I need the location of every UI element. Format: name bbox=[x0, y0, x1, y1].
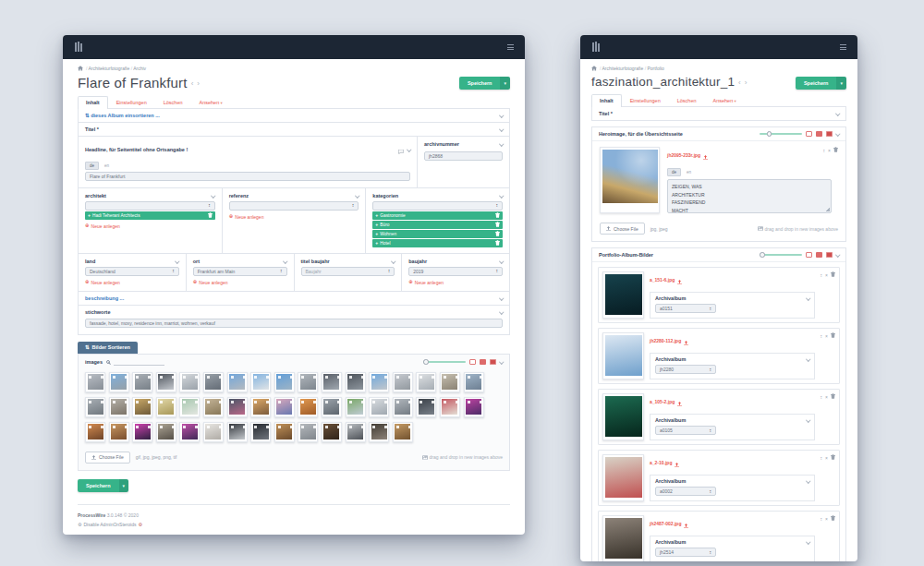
image-thumbnail[interactable] bbox=[464, 372, 484, 392]
image-thumbnail[interactable] bbox=[132, 397, 152, 417]
beschreibung-header[interactable]: beschreibung ... bbox=[79, 292, 509, 305]
chevron-down-icon[interactable] bbox=[806, 296, 810, 301]
save-button-bottom[interactable]: Speichern ▾ bbox=[78, 479, 128, 492]
archivalbum-select[interactable]: jh2514↕ bbox=[655, 548, 716, 557]
architekt-new-link[interactable]: ⊕Neue anlegen bbox=[85, 223, 215, 229]
image-thumbnail[interactable] bbox=[440, 397, 460, 417]
item-image-thumbnail[interactable] bbox=[602, 332, 644, 379]
item-filename[interactable]: jh2487-002.jpg bbox=[650, 521, 681, 526]
architekt-select[interactable]: ↕ bbox=[85, 201, 215, 211]
chevron-down-icon[interactable] bbox=[355, 193, 359, 198]
chevron-down-icon[interactable] bbox=[176, 259, 180, 263]
image-grid-toggle-icon[interactable] bbox=[806, 252, 812, 258]
choose-file-button[interactable]: Choose File bbox=[85, 452, 130, 464]
collapse-icon[interactable]: × bbox=[825, 333, 828, 339]
upload-icon[interactable] bbox=[684, 332, 688, 349]
image-thumbnail[interactable] bbox=[298, 397, 318, 417]
menu-icon[interactable] bbox=[840, 44, 846, 50]
image-thumbnail[interactable] bbox=[298, 422, 318, 442]
collapse-icon[interactable]: × bbox=[825, 455, 828, 461]
image-thumbnail[interactable] bbox=[274, 372, 295, 392]
chevron-down-icon[interactable] bbox=[806, 357, 810, 362]
image-thumbnail[interactable] bbox=[346, 397, 366, 417]
item-filename[interactable]: a_2-10.jpg bbox=[650, 460, 672, 465]
chevron-down-icon[interactable] bbox=[835, 112, 840, 116]
image-thumbnail[interactable] bbox=[109, 397, 129, 417]
image-list-toggle-icon[interactable] bbox=[480, 359, 486, 365]
selected-tag[interactable]: +Hadi Teherani Architects bbox=[85, 211, 215, 220]
next-page-icon[interactable]: › bbox=[197, 79, 200, 88]
tab-einstellungen[interactable]: Einstellungen bbox=[108, 96, 155, 108]
tab-lschen[interactable]: Löschen bbox=[669, 94, 705, 106]
trash-icon[interactable] bbox=[831, 271, 835, 278]
selected-tag[interactable]: +Wohnen bbox=[372, 230, 503, 238]
image-thumbnail[interactable] bbox=[298, 372, 318, 392]
image-thumbnail[interactable] bbox=[250, 422, 271, 442]
trash-icon[interactable] bbox=[831, 332, 835, 339]
item-filename[interactable]: a_105-2.jpg bbox=[650, 399, 675, 404]
chevron-down-icon[interactable] bbox=[806, 418, 810, 423]
image-edit-toggle-icon[interactable] bbox=[826, 252, 833, 258]
sort-images-button[interactable]: ⇅ Bilder Sortieren bbox=[78, 342, 138, 354]
image-thumbnail[interactable] bbox=[440, 372, 460, 392]
archivalbum-select[interactable]: jh2280↕ bbox=[655, 365, 716, 374]
trash-icon[interactable] bbox=[495, 231, 500, 237]
thumb-size-slider[interactable] bbox=[760, 133, 802, 135]
image-thumbnail[interactable] bbox=[274, 397, 295, 417]
chevron-down-icon[interactable] bbox=[499, 259, 504, 263]
chevron-down-icon[interactable] bbox=[391, 259, 395, 263]
titel-header[interactable]: Titel * bbox=[592, 107, 845, 120]
image-thumbnail[interactable] bbox=[156, 422, 176, 442]
image-thumbnail[interactable] bbox=[132, 422, 152, 442]
image-thumbnail[interactable] bbox=[416, 397, 436, 417]
chevron-down-icon[interactable] bbox=[806, 479, 810, 484]
archivalbum-select[interactable]: a0002↕ bbox=[655, 487, 716, 496]
image-thumbnail[interactable] bbox=[322, 422, 342, 442]
image-thumbnail[interactable] bbox=[85, 372, 105, 392]
image-thumbnail[interactable] bbox=[179, 397, 200, 417]
trash-icon[interactable] bbox=[208, 212, 213, 219]
image-thumbnail[interactable] bbox=[227, 397, 248, 417]
chevron-down-icon[interactable] bbox=[283, 259, 287, 263]
trash-icon[interactable] bbox=[831, 515, 835, 522]
selected-tag[interactable]: +Hotel bbox=[372, 239, 503, 247]
sort-handle-icon[interactable]: ↕ bbox=[823, 148, 826, 153]
prev-page-icon[interactable]: ‹ bbox=[191, 79, 194, 88]
breadcrumb-item[interactable]: Portfolio bbox=[647, 66, 663, 71]
image-thumbnail[interactable] bbox=[156, 372, 176, 392]
home-icon[interactable] bbox=[591, 66, 597, 71]
search-icon[interactable] bbox=[106, 360, 110, 364]
selected-tag[interactable]: +Gastronomie bbox=[372, 211, 503, 220]
language-tab-de[interactable]: de bbox=[667, 168, 681, 176]
chevron-down-icon[interactable] bbox=[499, 113, 504, 117]
image-thumbnail[interactable] bbox=[369, 397, 389, 417]
collapse-icon[interactable]: × bbox=[828, 148, 831, 153]
archivalbum-select[interactable]: a0105↕ bbox=[655, 426, 716, 435]
breadcrumb-item[interactable]: Architekturfotografie bbox=[602, 66, 644, 71]
next-page-icon[interactable]: › bbox=[745, 78, 748, 87]
item-filename[interactable]: a_151-6.jpg bbox=[650, 277, 675, 283]
collapse-icon[interactable]: × bbox=[825, 272, 828, 278]
image-thumbnail[interactable] bbox=[369, 372, 389, 392]
tab-inhalt[interactable]: Inhalt bbox=[78, 96, 108, 109]
image-thumbnail[interactable] bbox=[274, 422, 295, 442]
image-grid-toggle-icon[interactable] bbox=[469, 359, 476, 365]
kategorien-select[interactable]: ↕ bbox=[372, 201, 503, 211]
referenz-select[interactable]: ↕ bbox=[229, 201, 359, 211]
thumb-size-slider[interactable] bbox=[760, 254, 802, 256]
image-list-toggle-icon[interactable] bbox=[816, 252, 822, 258]
archivalbum-select[interactable]: a0151↕ bbox=[655, 304, 716, 313]
image-thumbnail[interactable] bbox=[227, 372, 248, 392]
image-grid-toggle-icon[interactable] bbox=[806, 131, 812, 137]
portfolio-album-header[interactable]: Portfolio-Album-Bilder bbox=[592, 248, 845, 262]
image-thumbnail[interactable] bbox=[109, 372, 129, 392]
item-image-thumbnail[interactable] bbox=[602, 393, 644, 440]
menu-icon[interactable] bbox=[507, 44, 514, 50]
item-image-thumbnail[interactable] bbox=[602, 515, 644, 561]
image-thumbnail[interactable] bbox=[393, 397, 413, 417]
item-image-thumbnail[interactable] bbox=[602, 454, 644, 501]
chevron-down-icon[interactable] bbox=[499, 141, 504, 146]
image-thumbnail[interactable] bbox=[346, 422, 366, 442]
thumb-size-slider[interactable] bbox=[423, 361, 466, 363]
save-dropdown-icon[interactable]: ▾ bbox=[836, 77, 846, 90]
